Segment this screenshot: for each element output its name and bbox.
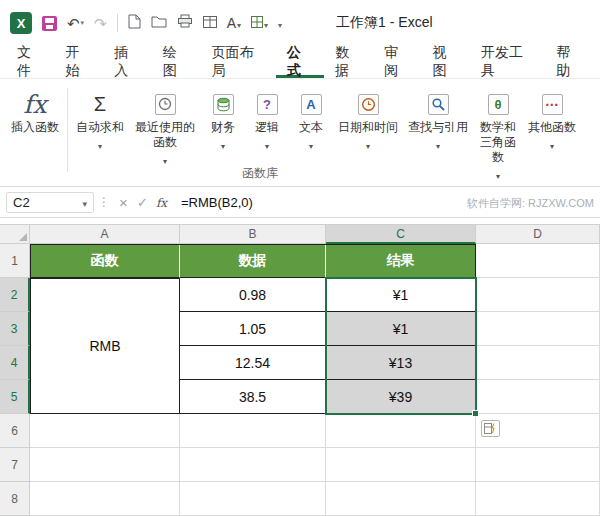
row-header-1[interactable]: 1 [0,244,30,278]
cell-c1[interactable]: 结果 [326,244,476,278]
more-functions-button[interactable]: 其他函数 [523,86,581,155]
open-folder-icon[interactable] [151,14,167,32]
more-functions-icon [542,94,563,115]
recent-functions-button[interactable]: 最近使用的函数 [129,86,201,170]
lookup-reference-button[interactable]: 查找与引用 [403,86,473,155]
name-box[interactable]: C2 [6,192,94,213]
tab-data[interactable]: 数据 [324,46,373,78]
financial-button[interactable]: 财务 [201,86,245,155]
row-header-2[interactable]: 2 [0,278,30,312]
tab-view[interactable]: 视图 [422,46,471,78]
cell-b2[interactable]: 0.98 [180,278,326,312]
print-icon[interactable] [177,14,193,32]
clock-icon [358,94,379,115]
column-header-row: A B C D [0,224,600,244]
column-header-a[interactable]: A [30,225,180,244]
cell-c5[interactable]: ¥39 [326,380,476,414]
spreadsheet: A B C D 1 函数 数据 结果 2 0.98 ¥1 3 [0,224,600,516]
table-icon[interactable] [203,14,217,32]
text-button[interactable]: 文本 [289,86,333,155]
autosum-button[interactable]: 自动求和 [71,86,129,155]
row-header-5[interactable]: 5 [0,380,30,414]
cell-c6[interactable] [326,414,476,448]
excel-logo-icon[interactable] [10,12,32,34]
cell-d5[interactable] [476,380,600,414]
column-header-b[interactable]: B [180,225,326,244]
row-header-7[interactable]: 7 [0,448,30,482]
cell-a6[interactable] [30,414,180,448]
cell-b5[interactable]: 38.5 [180,380,326,414]
text-icon [301,94,322,115]
enter-icon[interactable] [133,195,152,210]
chevron-down-icon [221,135,225,153]
tab-page-layout[interactable]: 页面布局 [200,46,275,78]
new-file-icon[interactable] [128,14,141,33]
qat-more-icon[interactable] [278,14,282,32]
chevron-down-icon [436,135,440,153]
tab-insert[interactable]: 插入 [103,46,152,78]
cell-b3[interactable]: 1.05 [180,312,326,346]
cell-b4[interactable]: 12.54 [180,346,326,380]
cell-d1[interactable] [476,244,600,278]
quick-access-toolbar: A [10,12,282,34]
cell-a8[interactable] [30,482,180,516]
recent-functions-icon [155,94,176,115]
tab-file[interactable]: 文件 [6,46,55,78]
row-header-8[interactable]: 8 [0,482,30,516]
row-8: 8 [0,482,600,516]
sigma-icon [94,93,106,116]
divider [117,14,118,32]
borders-button[interactable] [251,15,268,31]
cell-d2[interactable] [476,278,600,312]
insert-function-icon[interactable] [152,195,171,210]
name-box-value: C2 [13,195,30,210]
row-header-6[interactable]: 6 [0,414,30,448]
date-time-button[interactable]: 日期和时间 [333,86,403,155]
font-a-icon: A [227,15,236,31]
column-header-c[interactable]: C [326,225,476,244]
insert-function-button[interactable]: 插入函数 [6,86,64,137]
tab-developer[interactable]: 开发工具 [470,46,545,78]
font-color-button[interactable]: A [227,15,241,31]
ribbon-tab-bar: 文件 开始 插入 绘图 页面布局 公式 数据 审阅 视图 开发工具 帮助 [0,46,600,79]
titlebar: A 工作簿1 - Excel [0,0,600,46]
tab-help[interactable]: 帮助 [545,46,594,78]
cell-c3[interactable]: ¥1 [326,312,476,346]
row-header-3[interactable]: 3 [0,312,30,346]
tab-home[interactable]: 开始 [55,46,104,78]
cell-c7[interactable] [326,448,476,482]
cell-b7[interactable] [180,448,326,482]
tab-draw[interactable]: 绘图 [152,46,201,78]
undo-icon[interactable] [67,16,84,31]
cell-d4[interactable] [476,346,600,380]
quick-analysis-button[interactable] [481,420,500,437]
cell-c4[interactable]: ¥13 [326,346,476,380]
cell-a7[interactable] [30,448,180,482]
cell-c2[interactable]: ¥1 [326,278,476,312]
cell-c8[interactable] [326,482,476,516]
merged-cell-a2-a5[interactable]: RMB [30,278,180,414]
chevron-down-icon [309,135,313,153]
logical-button[interactable]: 逻辑 [245,86,289,155]
tab-formulas[interactable]: 公式 [276,46,325,78]
cell-b6[interactable] [180,414,326,448]
column-header-d[interactable]: D [476,225,600,244]
select-all-corner[interactable] [0,225,30,244]
cell-d3[interactable] [476,312,600,346]
redo-icon[interactable] [94,16,107,31]
chevron-down-icon [237,15,241,31]
tab-review[interactable]: 审阅 [373,46,422,78]
save-icon[interactable] [42,16,57,31]
cell-b1[interactable]: 数据 [180,244,326,278]
financial-icon [213,94,234,115]
row-header-4[interactable]: 4 [0,346,30,380]
cell-d7[interactable] [476,448,600,482]
cancel-icon[interactable] [114,194,133,211]
cell-d8[interactable] [476,482,600,516]
ribbon-formulas: 插入函数 自动求和 最近使用的函数 财务 逻辑 [0,79,600,187]
cell-a1[interactable]: 函数 [30,244,180,278]
insert-function-icon [23,90,46,119]
cell-b8[interactable] [180,482,326,516]
chevron-down-icon [82,195,87,210]
fill-handle[interactable] [472,410,479,417]
